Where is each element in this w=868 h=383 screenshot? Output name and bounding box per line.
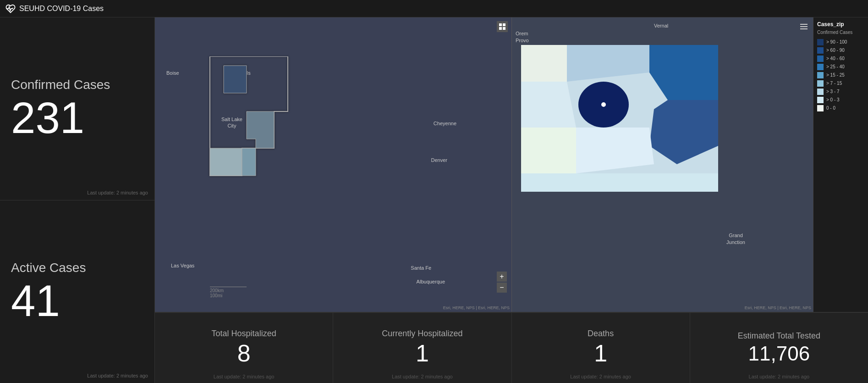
left-map-credit: Esri, HERE, NPS | Esri, HERE, NPS — [443, 305, 510, 310]
utah-map-svg — [196, 56, 306, 203]
zoom-in-button[interactable]: + — [497, 272, 507, 282]
left-map[interactable]: Boise Idaho Falls Salt LakeCity Las Vega… — [155, 17, 511, 312]
legend-range-text: > 7 - 15 — [826, 81, 842, 86]
map-grid-button[interactable] — [497, 21, 508, 32]
cheyenne-label: Cheyenne — [434, 121, 456, 126]
map-list-button[interactable] — [798, 21, 809, 32]
legend-range-text: > 40 - 60 — [826, 56, 845, 61]
map-scale: 200km100mi — [210, 287, 247, 298]
legend-color-box — [817, 80, 824, 87]
albuquerque-label: Albuquerque — [417, 279, 445, 284]
estimated-tested-value: 11,706 — [748, 343, 810, 365]
svg-rect-2 — [499, 27, 502, 30]
legend-color-box — [817, 97, 824, 103]
legend-color-box — [817, 56, 824, 62]
confirmed-cases-update: Last update: 2 minutes ago — [87, 190, 148, 195]
choropleth-svg — [521, 45, 718, 210]
legend-color-box — [817, 39, 824, 45]
map-zoom-controls[interactable]: + − — [497, 272, 507, 294]
currently-hospitalized-label: Currently Hospitalized — [382, 329, 462, 339]
vernal-label: Vernal — [654, 23, 668, 28]
svg-marker-8 — [242, 148, 256, 176]
legend-items: > 90 - 100> 60 - 90> 40 - 60> 25 - 40> 1… — [817, 39, 864, 111]
legend-subtitle: Confirmed Cases — [817, 29, 864, 35]
orem-provo-label: OremProvo — [516, 30, 529, 44]
active-cases-block: Active Cases 41 Last update: 2 minutes a… — [0, 200, 154, 383]
estimated-tested-label: Estimated Total Tested — [738, 331, 820, 341]
svg-rect-1 — [503, 23, 505, 26]
las-vegas-label: Las Vegas — [171, 263, 194, 268]
legend-item: > 7 - 15 — [817, 80, 864, 87]
confirmed-cases-label: Confirmed Cases — [11, 78, 143, 92]
svg-rect-11 — [800, 28, 808, 29]
main-content: Confirmed Cases 231 Last update: 2 minut… — [0, 17, 868, 383]
svg-marker-15 — [521, 45, 567, 82]
active-cases-value: 41 — [11, 279, 143, 323]
currently-hospitalized-stat: Currently Hospitalized 1 Last update: 2 … — [333, 313, 511, 383]
confirmed-cases-value: 231 — [11, 96, 143, 140]
app-header: SEUHD COVID-19 Cases — [0, 0, 868, 17]
denver-label: Denver — [431, 157, 447, 163]
currently-hospitalized-value: 1 — [416, 340, 429, 366]
legend-title: Cases_zip — [817, 21, 864, 28]
total-hospitalized-update: Last update: 2 minutes ago — [214, 374, 275, 379]
svg-point-22 — [601, 102, 606, 107]
deaths-stat: Deaths 1 Last update: 2 minutes ago — [512, 313, 690, 383]
legend-range-text: > 15 - 25 — [826, 72, 845, 78]
legend-color-box — [817, 89, 824, 95]
legend-item: > 25 - 40 — [817, 64, 864, 70]
legend-item: > 60 - 90 — [817, 47, 864, 54]
boise-label: Boise — [166, 70, 179, 76]
legend-color-box — [817, 47, 824, 54]
bottom-stats-row: Total Hospitalized 8 Last update: 2 minu… — [155, 312, 868, 383]
svg-rect-0 — [499, 23, 502, 26]
currently-hospitalized-update: Last update: 2 minutes ago — [392, 374, 453, 379]
legend-range-text: > 3 - 7 — [826, 89, 840, 94]
total-hospitalized-value: 8 — [237, 340, 251, 366]
deaths-label: Deaths — [588, 329, 614, 339]
maps-area: Boise Idaho Falls Salt LakeCity Las Vega… — [155, 17, 868, 383]
legend-range-text: > 60 - 90 — [826, 48, 845, 53]
legend-range-text: > 90 - 100 — [826, 39, 847, 45]
grand-junction-label: GrandJunction — [726, 232, 745, 245]
estimated-tested-stat: Estimated Total Tested 11,706 Last updat… — [690, 313, 868, 383]
legend-color-box — [817, 72, 824, 78]
legend-color-box — [817, 64, 824, 70]
left-stats-panel: Confirmed Cases 231 Last update: 2 minut… — [0, 17, 155, 383]
legend-item: > 3 - 7 — [817, 89, 864, 95]
confirmed-cases-block: Confirmed Cases 231 Last update: 2 minut… — [0, 17, 154, 200]
svg-rect-9 — [800, 24, 808, 25]
legend-item: 0 - 0 — [817, 105, 864, 111]
active-cases-update: Last update: 2 minutes ago — [87, 373, 148, 378]
active-cases-label: Active Cases — [11, 261, 143, 275]
legend-range-text: > 25 - 40 — [826, 64, 845, 70]
svg-marker-7 — [210, 148, 242, 176]
svg-rect-21 — [521, 173, 718, 192]
svg-rect-3 — [503, 27, 505, 30]
maps-row: Boise Idaho Falls Salt LakeCity Las Vega… — [155, 17, 868, 312]
legend-range-text: > 0 - 3 — [826, 97, 840, 103]
right-map-area: Vernal OremProvo GrandJunction Price — [511, 17, 868, 312]
legend-color-box — [817, 105, 824, 111]
right-map-credit: Esri, HERE, NPS | Esri, HERE, NPS — [745, 305, 811, 310]
deaths-update: Last update: 2 minutes ago — [570, 374, 631, 379]
legend-range-text: 0 - 0 — [826, 105, 835, 111]
legend-item: > 40 - 60 — [817, 56, 864, 62]
legend-item: > 90 - 100 — [817, 39, 864, 45]
heart-pulse-icon — [5, 4, 16, 14]
estimated-tested-update: Last update: 2 minutes ago — [749, 374, 810, 379]
total-hospitalized-label: Total Hospitalized — [212, 329, 276, 339]
legend-panel: Cases_zip Confirmed Cases > 90 - 100> 60… — [813, 17, 868, 312]
app-title: SEUHD COVID-19 Cases — [19, 5, 104, 13]
zoom-out-button[interactable]: − — [497, 283, 507, 293]
deaths-value: 1 — [594, 340, 607, 366]
svg-marker-6 — [247, 111, 274, 148]
svg-marker-5 — [224, 66, 247, 93]
legend-item: > 15 - 25 — [817, 72, 864, 78]
svg-marker-17 — [521, 82, 576, 128]
legend-item: > 0 - 3 — [817, 97, 864, 103]
santa-fe-label: Santa Fe — [411, 265, 431, 271]
svg-rect-10 — [800, 26, 808, 27]
total-hospitalized-stat: Total Hospitalized 8 Last update: 2 minu… — [155, 313, 333, 383]
right-map[interactable]: Vernal OremProvo GrandJunction Price — [511, 17, 813, 312]
